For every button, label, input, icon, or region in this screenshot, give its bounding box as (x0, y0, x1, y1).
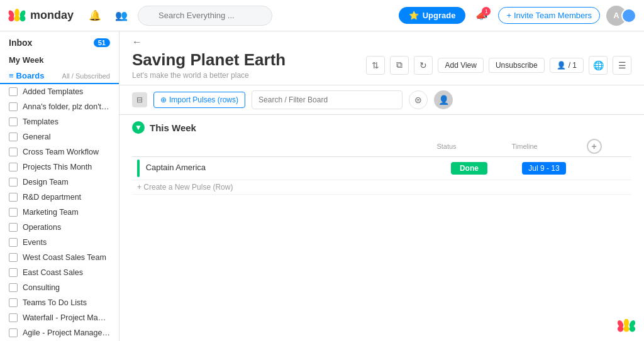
sidebar-item-label: Design Team (23, 178, 69, 187)
person-filter-button[interactable]: 👤 (434, 90, 453, 109)
main-layout: Inbox 51 My Week ≡ Boards All / Subscrib… (0, 31, 644, 341)
add-row[interactable]: + Create a New Pulse (Row) (132, 180, 631, 195)
person-icon: 👤 (438, 95, 449, 105)
upgrade-button[interactable]: ⭐ Upgrade (399, 7, 466, 24)
svg-point-10 (624, 319, 629, 327)
board-table: Status Timeline + Captain America (132, 136, 631, 195)
board-icon-consulting (9, 283, 18, 292)
sidebar-item-added-templates[interactable]: Added Templates (0, 84, 119, 99)
content-area: ← Saving Planet Earth Let's make the wor… (119, 31, 644, 341)
board-icon-added-templates (9, 87, 18, 96)
row-timeline-cell[interactable]: Jul 9 - 13 (506, 157, 581, 180)
boards-label[interactable]: ≡ Boards (9, 71, 44, 80)
sidebar-item-general[interactable]: General (0, 129, 119, 144)
globe-icon-button[interactable]: 🌐 (589, 56, 608, 75)
page-title: Saving Planet Earth (132, 50, 286, 70)
copy-icon: ⧉ (396, 60, 402, 70)
add-pulse-label[interactable]: + Create a New Pulse (Row) (132, 180, 631, 195)
table-row: Captain America Done Jul 9 - 13 (132, 157, 631, 180)
board-icon-cross-team (9, 148, 18, 156)
sidebar-boards-header: ≡ Boards All / Subscribed (0, 67, 119, 84)
sidebar-item-label: West Coast Sales Team (23, 253, 106, 262)
sidebar-item-rnd[interactable]: R&D department (0, 190, 119, 205)
status-badge: Done (451, 162, 487, 175)
sidebar-item-label: Operations (23, 223, 61, 232)
monday-watermark (616, 319, 636, 335)
sidebar-item-label: Anna's folder, plz don't touch (23, 102, 110, 111)
top-nav: monday 🔔 👥 🔍 ⭐ Upgrade 📣 1 + Invite Team… (0, 0, 644, 31)
board-icon-templates (9, 117, 18, 126)
unsubscribe-button[interactable]: Unsubscribe (489, 58, 545, 73)
sidebar-item-label: Cross Team Workflow (23, 148, 99, 156)
add-column-button[interactable]: + (587, 139, 602, 154)
svg-point-4 (14, 9, 19, 17)
page-subtitle: Let's make the world a better place (132, 71, 286, 80)
sidebar-item-annas-folder[interactable]: Anna's folder, plz don't touch (0, 99, 119, 114)
row-name[interactable]: Captain America (146, 163, 206, 172)
sidebar-item-label: Agile - Project Management (23, 328, 110, 337)
row-status-cell[interactable]: Done (431, 157, 506, 180)
refresh-icon: ↻ (419, 60, 427, 70)
breadcrumb: ← (119, 31, 644, 48)
svg-point-11 (628, 319, 636, 328)
board-icon-waterfall (9, 313, 18, 322)
sort-icon-button[interactable]: ⇅ (366, 56, 385, 75)
copy-icon-button[interactable]: ⧉ (390, 56, 409, 75)
invite-team-button[interactable]: + Invite Team Members (498, 7, 600, 24)
people-button[interactable]: 👥 (111, 6, 131, 26)
sidebar-item-cross-team[interactable]: Cross Team Workflow (0, 144, 119, 160)
sidebar-item-agile[interactable]: Agile - Project Management (0, 325, 119, 340)
menu-button[interactable]: ☰ (613, 56, 631, 75)
refresh-icon-button[interactable]: ↻ (414, 56, 433, 75)
import-pulses-button[interactable]: ⊕ Import Pulses (rows) (153, 92, 245, 108)
sidebar-item-label: Added Templates (23, 87, 83, 96)
board-icon-events (9, 238, 18, 247)
collapse-icon: ⊟ (136, 95, 143, 104)
sidebar-item-label: Teams To Do Lists (23, 298, 87, 307)
collapse-toggle-button[interactable]: ⊟ (132, 92, 147, 107)
people-icon-sm: 👤 (557, 61, 566, 70)
sidebar-myweek-item[interactable]: My Week (0, 50, 119, 67)
svg-point-9 (616, 319, 625, 328)
header-actions: ⇅ ⧉ ↻ Add View Unsubscribe 👤 (366, 56, 631, 75)
col-header-add: + (582, 136, 631, 157)
avatar-secondary (621, 8, 636, 23)
global-search-input[interactable] (138, 6, 272, 26)
board-icon-operations (9, 223, 18, 232)
list-icon: ≡ (9, 71, 14, 80)
boards-filter-label[interactable]: All / Subscribed (62, 72, 110, 80)
members-button[interactable]: 👤 / 1 (550, 58, 584, 73)
sidebar-item-projects-month[interactable]: Projects This Month (0, 160, 119, 175)
sidebar-item-teams-todo[interactable]: Teams To Do Lists (0, 295, 119, 310)
group-toggle-button[interactable]: ▼ (132, 121, 145, 134)
search-wrapper: 🔍 (138, 6, 272, 26)
search-filter-input[interactable] (252, 90, 402, 109)
sidebar-item-label: Projects This Month (23, 163, 92, 171)
filter-button[interactable]: ⊜ (409, 90, 428, 109)
board-icon-annas-folder (9, 102, 18, 111)
sidebar-item-label: Events (23, 238, 47, 247)
sidebar-item-templates[interactable]: Templates (0, 114, 119, 129)
sidebar-inbox-item[interactable]: Inbox 51 (9, 38, 110, 48)
sidebar-inbox-label: Inbox (9, 38, 32, 48)
sidebar-item-consulting[interactable]: Consulting (0, 280, 119, 295)
sidebar-board-list: Added Templates Anna's folder, plz don't… (0, 84, 119, 340)
sidebar: Inbox 51 My Week ≡ Boards All / Subscrib… (0, 31, 119, 341)
page-header-top: Saving Planet Earth Let's make the world… (132, 50, 631, 80)
sidebar-item-marketing[interactable]: Marketing Team (0, 205, 119, 220)
board-icon-rnd (9, 193, 18, 202)
back-button[interactable]: ← (132, 36, 142, 48)
sidebar-item-west-coast[interactable]: West Coast Sales Team (0, 250, 119, 265)
sidebar-item-waterfall[interactable]: Waterfall - Project Manage... (0, 310, 119, 325)
col-header-status: Status (431, 136, 506, 157)
sidebar-item-east-coast[interactable]: East Coast Sales (0, 265, 119, 280)
sidebar-item-events[interactable]: Events (0, 235, 119, 250)
add-view-button[interactable]: Add View (438, 58, 483, 73)
sidebar-item-label: R&D department (23, 193, 81, 202)
avatar-area: A (606, 6, 636, 26)
col-header-name (132, 136, 431, 157)
table-header-row: Status Timeline + (132, 136, 631, 157)
notifications-button[interactable]: 🔔 (85, 6, 105, 26)
sidebar-item-design-team[interactable]: Design Team (0, 175, 119, 190)
sidebar-item-operations[interactable]: Operations (0, 220, 119, 235)
